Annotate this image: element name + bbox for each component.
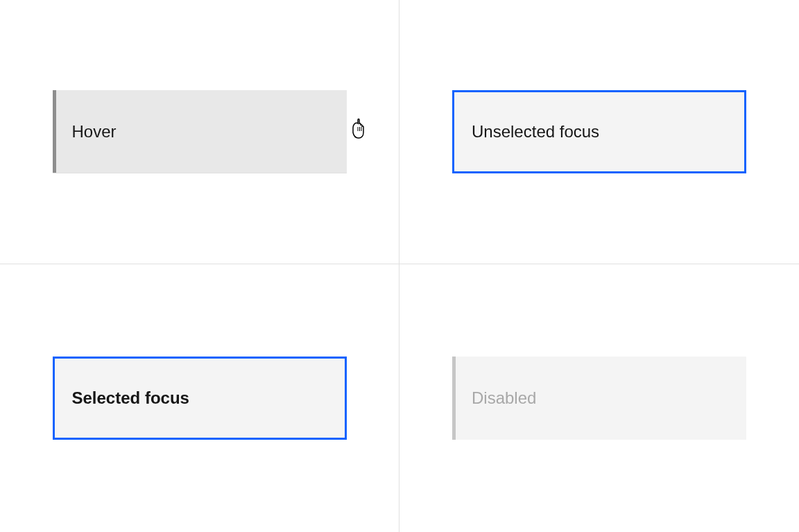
states-grid: Hover Unselected focus Selected focus Di…	[0, 0, 799, 532]
cell-disabled: Disabled	[400, 264, 799, 532]
list-item-disabled: Disabled	[452, 357, 746, 440]
list-item-unselected-focus[interactable]: Unselected focus	[452, 90, 746, 173]
list-item-label: Hover	[72, 122, 117, 141]
list-item-selected-focus[interactable]: Selected focus	[53, 357, 347, 440]
pointer-cursor-icon	[347, 117, 370, 146]
cell-unselected-focus: Unselected focus	[400, 0, 799, 264]
cell-hover: Hover	[0, 0, 400, 264]
list-item-hover[interactable]: Hover	[53, 90, 347, 173]
cell-selected-focus: Selected focus	[0, 264, 400, 532]
list-item-label: Selected focus	[72, 388, 189, 408]
list-item-label: Unselected focus	[472, 122, 599, 141]
list-item-label: Disabled	[472, 388, 536, 408]
